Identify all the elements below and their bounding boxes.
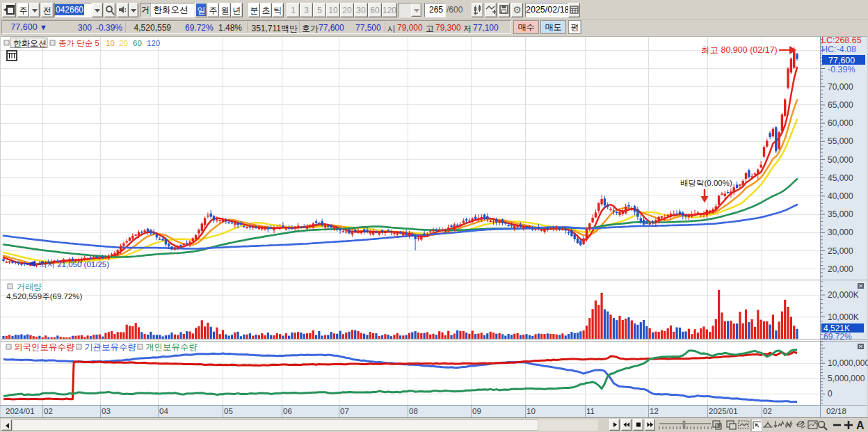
svg-text:0: 0 <box>828 389 833 399</box>
svg-text:06: 06 <box>283 407 292 415</box>
svg-text:11: 11 <box>586 407 595 415</box>
svg-text:08: 08 <box>409 407 418 415</box>
svg-text:5,000,000: 5,000,000 <box>828 374 865 383</box>
svg-text:69.72%: 69.72% <box>823 332 852 342</box>
svg-text:60,000: 60,000 <box>828 118 853 128</box>
svg-text:50,000: 50,000 <box>828 155 853 165</box>
svg-text:60: 60 <box>133 39 142 47</box>
svg-text:한화오션: 한화오션 <box>13 38 47 48</box>
svg-text:70,000: 70,000 <box>828 82 853 92</box>
svg-text:외국인보유수량: 외국인보유수량 <box>14 342 75 352</box>
svg-text:12: 12 <box>650 407 659 415</box>
svg-text:20,000K: 20,000K <box>828 290 859 300</box>
svg-text:10: 10 <box>106 39 115 47</box>
svg-text:HC:-4.08: HC:-4.08 <box>821 45 856 54</box>
svg-text:종가 단순 5: 종가 단순 5 <box>58 39 99 47</box>
svg-text:10,000K: 10,000K <box>828 312 859 322</box>
svg-text:35,000: 35,000 <box>828 209 853 219</box>
svg-text:4,520,559주(69.72%): 4,520,559주(69.72%) <box>6 292 82 301</box>
svg-text:10: 10 <box>527 407 536 415</box>
svg-text:2025/01: 2025/01 <box>709 407 738 415</box>
svg-text:기관보유수량: 기관보유수량 <box>84 342 136 352</box>
svg-text:07: 07 <box>340 407 349 415</box>
svg-text:65,000: 65,000 <box>828 100 853 110</box>
svg-text:최고 80,900 (02/17): 최고 80,900 (02/17) <box>701 45 778 55</box>
svg-text:10,000,000: 10,000,000 <box>828 358 868 368</box>
svg-text:-0.39%: -0.39% <box>828 65 855 74</box>
svg-text:02/18: 02/18 <box>826 407 846 415</box>
svg-text:120: 120 <box>147 39 160 47</box>
svg-text:45,000: 45,000 <box>828 173 853 183</box>
svg-text:55,000: 55,000 <box>828 136 853 146</box>
svg-text:02: 02 <box>44 407 53 415</box>
svg-text:20: 20 <box>119 39 128 47</box>
svg-text:개인보유수량: 개인보유수량 <box>145 342 198 352</box>
svg-text:25,000: 25,000 <box>828 246 853 256</box>
svg-text:04: 04 <box>159 407 168 415</box>
svg-text:40,000: 40,000 <box>828 191 853 201</box>
svg-text:02: 02 <box>763 407 772 415</box>
svg-text:30,000: 30,000 <box>828 227 853 237</box>
svg-text:03: 03 <box>102 407 111 415</box>
svg-text:77,600: 77,600 <box>828 56 855 65</box>
svg-text:거래량: 거래량 <box>17 282 42 291</box>
svg-text:2024/01: 2024/01 <box>6 407 35 415</box>
svg-text:최저 21,050 (01/25): 최저 21,050 (01/25) <box>39 260 109 269</box>
svg-text:A: A <box>856 419 865 431</box>
svg-text:09: 09 <box>472 407 481 415</box>
svg-text:배당락(0.00%): 배당락(0.00%) <box>680 179 732 187</box>
svg-text:20,000: 20,000 <box>828 264 853 274</box>
svg-text:05: 05 <box>224 407 233 415</box>
